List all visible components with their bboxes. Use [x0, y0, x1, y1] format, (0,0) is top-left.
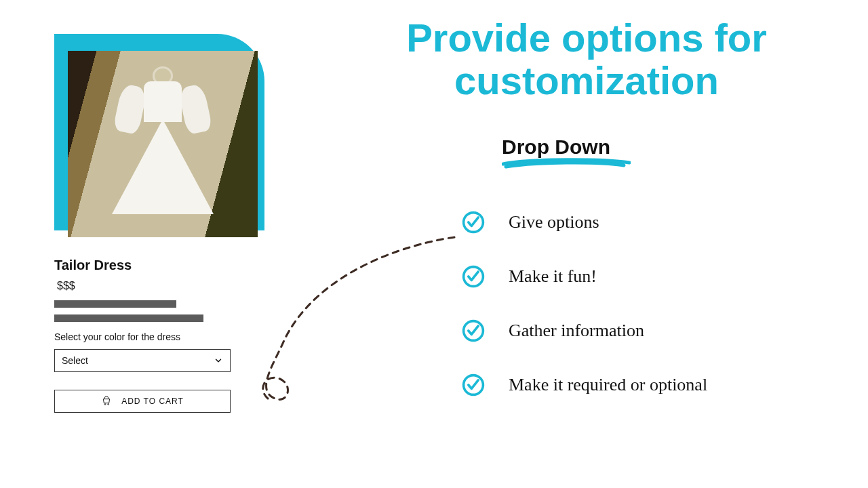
check-circle-icon: [461, 319, 486, 343]
add-to-cart-label: ADD TO CART: [121, 396, 184, 406]
description-placeholder-line: [54, 300, 176, 308]
headline: Provide options for customization: [319, 17, 854, 102]
bullet-text: Give options: [509, 212, 599, 232]
subheading-block: Drop Down: [502, 136, 631, 169]
bullet-text: Gather information: [509, 321, 644, 341]
option-label: Select your color for the dress: [54, 331, 244, 342]
underline-swoosh-icon: [502, 157, 631, 169]
bullet-text: Make it required or optional: [509, 375, 707, 395]
connector-arrow: [237, 230, 468, 420]
list-item: Make it fun!: [461, 264, 841, 289]
chevron-down-icon: [214, 356, 223, 365]
check-circle-icon: [461, 210, 486, 235]
dress-illustration: [112, 66, 214, 222]
list-item: Gather information: [461, 319, 841, 343]
bullet-list: Give options Make it fun! Gather informa…: [461, 210, 841, 397]
subheading: Drop Down: [502, 136, 631, 159]
cart-icon: [101, 396, 112, 407]
bullet-text: Make it fun!: [509, 266, 597, 287]
description-placeholder-line: [54, 314, 203, 322]
list-item: Make it required or optional: [461, 373, 841, 397]
add-to-cart-button[interactable]: ADD TO CART: [54, 390, 231, 413]
check-circle-icon: [461, 373, 486, 397]
select-placeholder: Select: [62, 355, 88, 366]
product-price: $$$: [54, 280, 244, 292]
product-title: Tailor Dress: [54, 258, 244, 273]
check-circle-icon: [461, 264, 486, 289]
list-item: Give options: [461, 210, 841, 235]
product-image: [68, 51, 258, 237]
color-select[interactable]: Select: [54, 349, 231, 372]
